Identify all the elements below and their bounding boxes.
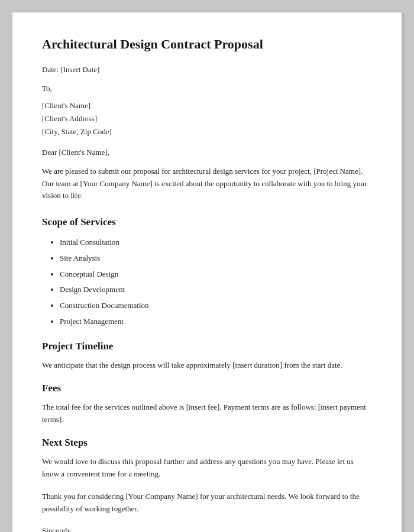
scope-list-item: Site Analysis bbox=[60, 251, 372, 266]
scope-heading: Scope of Services bbox=[42, 216, 372, 228]
fees-text: The total fee for the services outlined … bbox=[42, 401, 372, 426]
scope-list-item: Construction Documentation bbox=[60, 299, 372, 313]
fees-heading: Fees bbox=[42, 382, 372, 394]
scope-list-item: Design Development bbox=[60, 283, 372, 297]
fees-section: Fees The total fee for the services outl… bbox=[42, 382, 372, 426]
timeline-section: Project Timeline We anticipate that the … bbox=[42, 340, 372, 372]
document-date: Date: [Insert Date] bbox=[42, 65, 372, 74]
document-salutation: Dear [Client's Name], bbox=[42, 148, 372, 157]
next-steps-heading: Next Steps bbox=[42, 437, 372, 449]
document-intro: We are pleased to submit our proposal fo… bbox=[42, 166, 372, 202]
scope-list: Initial ConsultationSite AnalysisConcept… bbox=[60, 235, 372, 329]
scope-list-item: Project Management bbox=[60, 314, 372, 329]
next-steps-text2: Thank you for considering [Your Company … bbox=[42, 491, 372, 515]
scope-list-item: Conceptual Design bbox=[60, 267, 372, 282]
scope-section: Scope of Services Initial ConsultationSi… bbox=[42, 216, 372, 329]
address-line2: [Client's Address] bbox=[42, 112, 372, 125]
timeline-text: We anticipate that the design process wi… bbox=[42, 359, 372, 372]
document-container: Architectural Design Contract Proposal D… bbox=[12, 12, 402, 532]
next-steps-text1: We would love to discuss this proposal f… bbox=[42, 456, 372, 481]
address-line1: [Client's Name] bbox=[42, 99, 372, 112]
timeline-heading: Project Timeline bbox=[42, 340, 372, 352]
document-to: To, bbox=[42, 84, 372, 93]
document-title: Architectural Design Contract Proposal bbox=[42, 36, 372, 53]
next-steps-section: Next Steps We would love to discuss this… bbox=[42, 437, 372, 515]
document-address: [Client's Name] [Client's Address] [City… bbox=[42, 99, 372, 138]
document-sincerely: Sincerely, bbox=[42, 526, 372, 532]
scope-list-item: Initial Consultation bbox=[60, 235, 372, 250]
address-line3: [City, State, Zip Code] bbox=[42, 125, 372, 138]
